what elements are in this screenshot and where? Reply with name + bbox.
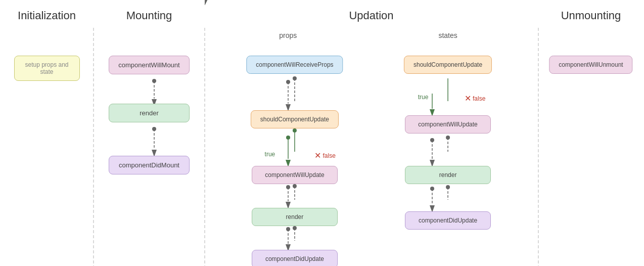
unmounting-title: Unmounting <box>538 0 644 27</box>
component-will-mount-box: componentWillMount <box>109 56 190 74</box>
component-will-receive-props-node: componentWillReceiveProps <box>246 56 343 74</box>
props-component-did-update-node: componentDidUpdate <box>252 250 338 266</box>
unmounting-section: Unmounting componentWillUnmount <box>538 0 644 266</box>
props-component-will-update-node: componentWillUpdate <box>252 166 338 184</box>
states-true-label: true <box>418 94 429 101</box>
states-component-did-update-node: componentDidUpdate <box>405 211 491 230</box>
props-false-label: ✕ false <box>314 151 335 160</box>
svg-point-29 <box>293 76 297 80</box>
states-render-node: render <box>405 166 491 184</box>
props-true-label: true <box>265 151 275 158</box>
setup-props-state-box: setup props and state <box>14 56 80 81</box>
component-did-mount-label: componentDidMount <box>119 161 179 169</box>
lifecycle-diagram: Initialization setup props and state Mou… <box>0 0 644 266</box>
component-did-mount-box: componentDidMount <box>109 156 190 174</box>
props-render-node: render <box>252 208 338 226</box>
updation-title: Updation <box>205 0 538 27</box>
updation-section: Updation props states componentWillRecei… <box>205 0 538 266</box>
component-will-unmount-node: componentWillUnmount <box>549 56 632 74</box>
svg-point-46 <box>446 185 450 189</box>
component-will-unmount-label: componentWillUnmount <box>559 61 623 68</box>
initialization-title: Initialization <box>0 0 94 27</box>
setup-props-state-label: setup props and state <box>25 61 68 75</box>
mount-render-label: render <box>140 109 159 117</box>
props-col-label: props <box>279 31 297 39</box>
svg-point-35 <box>293 184 297 188</box>
initialization-section: Initialization setup props and state <box>0 0 94 266</box>
component-will-mount-label: componentWillMount <box>118 61 179 69</box>
props-should-component-update-node: shouldComponentUpdate <box>251 110 339 128</box>
mounting-section: Mounting componentWillMount render compo… <box>94 0 205 266</box>
mounting-title: Mounting <box>94 0 205 27</box>
states-component-will-update-node: componentWillUpdate <box>405 115 491 134</box>
states-false-label: ✕ false <box>465 94 485 103</box>
svg-point-38 <box>293 226 297 230</box>
mount-render-box: render <box>109 104 190 122</box>
states-col-label: states <box>438 31 457 39</box>
svg-point-43 <box>446 136 450 140</box>
states-should-component-update-node: shouldComponentUpdate <box>404 56 492 74</box>
svg-point-32 <box>293 128 297 132</box>
